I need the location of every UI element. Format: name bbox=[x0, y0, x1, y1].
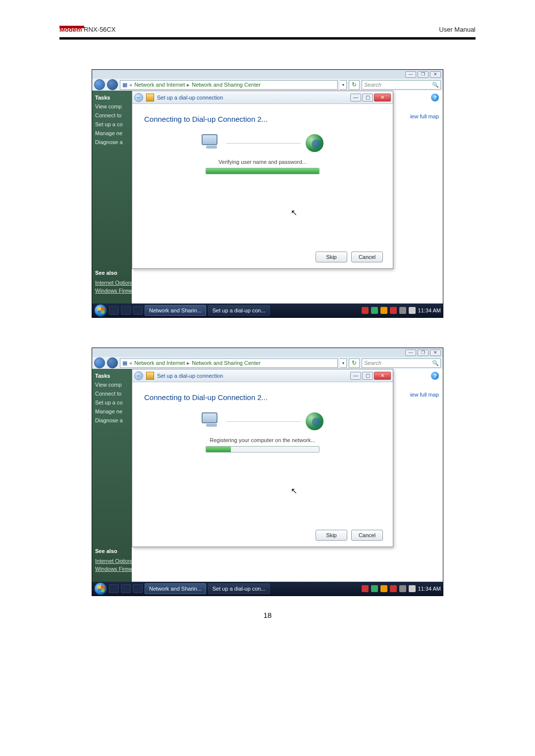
breadcrumb[interactable]: ▦ « Network and Internet ▸ Network and S… bbox=[120, 80, 338, 90]
tasks-heading: Tasks bbox=[95, 95, 129, 101]
sidebar-item[interactable]: Manage ne bbox=[95, 408, 129, 414]
tasks-sidebar: Tasks View comp Connect to Set up a co M… bbox=[92, 91, 132, 303]
content-area: ? iew full map ← Set up a dial-up connec… bbox=[132, 369, 443, 582]
dialog-close[interactable]: ✕ bbox=[374, 372, 391, 380]
refresh-button[interactable]: ↻ bbox=[349, 358, 360, 368]
address-bar: ▦ « Network and Internet ▸ Network and S… bbox=[92, 357, 443, 369]
forward-button[interactable] bbox=[107, 357, 118, 368]
sidebar-item[interactable]: View comp bbox=[95, 382, 129, 388]
product-name: RNX-56CX bbox=[82, 26, 116, 33]
sidebar-item[interactable]: Set up a co bbox=[95, 121, 129, 127]
minimize-button[interactable]: — bbox=[405, 71, 416, 78]
tray-icon[interactable] bbox=[399, 585, 406, 592]
screenshot-2: — ❐ ✕ ▦ « Network and Internet ▸ Network… bbox=[92, 348, 443, 596]
view-full-map-link[interactable]: iew full map bbox=[410, 113, 439, 119]
sidebar-item[interactable]: Manage ne bbox=[95, 130, 129, 136]
taskbar-label: Set up a dial-up con... bbox=[213, 586, 266, 592]
connection-line bbox=[226, 143, 301, 144]
see-also-heading: See also bbox=[95, 548, 117, 554]
skip-button[interactable]: Skip bbox=[316, 530, 347, 541]
minimize-button[interactable]: — bbox=[405, 350, 416, 356]
breadcrumb-seg2[interactable]: Network and Sharing Center bbox=[192, 360, 261, 366]
tray-icon[interactable] bbox=[390, 307, 397, 314]
tray-clock: 11:34 AM bbox=[418, 307, 441, 313]
taskbar-button-network[interactable]: Network and Sharin... bbox=[145, 305, 206, 316]
address-dropdown[interactable]: ▾ bbox=[340, 358, 347, 368]
close-button[interactable]: ✕ bbox=[430, 350, 441, 356]
search-input[interactable]: Search 🔍 bbox=[362, 80, 441, 90]
see-also-item[interactable]: Windows Firewall bbox=[95, 288, 138, 294]
tray-icon[interactable] bbox=[390, 585, 397, 592]
quicklaunch-icon[interactable] bbox=[109, 584, 119, 593]
dialog-back-button[interactable]: ← bbox=[134, 371, 143, 380]
dialog-maximize[interactable]: ▢ bbox=[362, 372, 373, 380]
quicklaunch-icon[interactable] bbox=[109, 306, 119, 315]
cancel-button[interactable]: Cancel bbox=[351, 530, 383, 541]
search-input[interactable]: Search 🔍 bbox=[362, 358, 441, 368]
refresh-button[interactable]: ↻ bbox=[349, 80, 360, 90]
taskbar-button-dialup[interactable]: Set up a dial-up con... bbox=[208, 305, 270, 316]
tray-icon[interactable] bbox=[362, 585, 369, 592]
breadcrumb-seg1[interactable]: Network and Internet bbox=[134, 82, 185, 88]
breadcrumb-sep: ▸ bbox=[187, 82, 190, 88]
computer-icon bbox=[202, 412, 221, 430]
tray-icon[interactable] bbox=[371, 307, 378, 314]
sidebar-item[interactable]: Diagnose a bbox=[95, 417, 129, 423]
connection-graphic bbox=[144, 412, 381, 430]
sidebar-item[interactable]: Connect to bbox=[95, 112, 129, 118]
globe-icon bbox=[306, 134, 323, 152]
breadcrumb[interactable]: ▦ « Network and Internet ▸ Network and S… bbox=[120, 358, 338, 368]
dialog-minimize[interactable]: — bbox=[350, 372, 361, 380]
quicklaunch-icon[interactable] bbox=[133, 306, 143, 315]
sidebar-item[interactable]: Diagnose a bbox=[95, 139, 129, 145]
taskbar: Network and Sharin... Set up a dial-up c… bbox=[92, 303, 443, 317]
view-full-map-link[interactable]: iew full map bbox=[410, 392, 439, 398]
address-dropdown[interactable]: ▾ bbox=[340, 80, 347, 90]
back-button[interactable] bbox=[94, 357, 105, 368]
taskbar-button-dialup[interactable]: Set up a dial-up con... bbox=[208, 583, 270, 594]
help-icon[interactable]: ? bbox=[431, 372, 439, 380]
help-icon[interactable]: ? bbox=[431, 94, 439, 101]
start-button[interactable] bbox=[94, 582, 107, 595]
taskbar-button-network[interactable]: Network and Sharin... bbox=[145, 583, 206, 594]
breadcrumb-seg2[interactable]: Network and Sharing Center bbox=[192, 82, 261, 88]
header-right: User Manual bbox=[439, 26, 476, 33]
cancel-button[interactable]: Cancel bbox=[351, 252, 383, 262]
taskbar-label: Network and Sharin... bbox=[149, 586, 202, 592]
tray-icon[interactable] bbox=[380, 307, 387, 314]
volume-icon[interactable] bbox=[409, 585, 416, 592]
see-also-heading: See also bbox=[95, 270, 117, 276]
sidebar-item[interactable]: Set up a co bbox=[95, 400, 129, 405]
back-button[interactable] bbox=[94, 79, 105, 90]
dialog-back-button[interactable]: ← bbox=[134, 93, 143, 102]
tray-icon[interactable] bbox=[380, 585, 387, 592]
search-placeholder: Search bbox=[364, 82, 381, 88]
tray-icon[interactable] bbox=[362, 307, 369, 314]
skip-button[interactable]: Skip bbox=[316, 252, 347, 262]
see-also-item[interactable]: Internet Options bbox=[95, 558, 134, 564]
see-also-item[interactable]: Windows Firewall bbox=[95, 566, 138, 572]
dialog-maximize[interactable]: ▢ bbox=[362, 94, 373, 101]
breadcrumb-chevron: « bbox=[129, 82, 132, 88]
tray-icon[interactable] bbox=[399, 307, 406, 314]
sidebar-item[interactable]: View comp bbox=[95, 103, 129, 109]
status-text: Verifying user name and password... bbox=[144, 159, 381, 165]
quicklaunch-icon[interactable] bbox=[121, 584, 131, 593]
restore-button[interactable]: ❐ bbox=[418, 350, 428, 356]
tray-icon[interactable] bbox=[371, 585, 378, 592]
status-text: Registering your computer on the network… bbox=[144, 437, 381, 443]
restore-button[interactable]: ❐ bbox=[418, 71, 428, 78]
see-also-item[interactable]: Internet Options bbox=[95, 280, 134, 286]
sidebar-item[interactable]: Connect to bbox=[95, 391, 129, 397]
close-button[interactable]: ✕ bbox=[430, 71, 441, 78]
start-button[interactable] bbox=[94, 304, 107, 317]
quicklaunch-icon[interactable] bbox=[121, 306, 131, 315]
dialog-minimize[interactable]: — bbox=[350, 94, 361, 101]
forward-button[interactable] bbox=[107, 79, 118, 90]
dialup-dialog: ← Set up a dial-up connection — ▢ ✕ Conn… bbox=[132, 91, 393, 269]
dialog-close[interactable]: ✕ bbox=[374, 94, 391, 101]
quicklaunch-icon[interactable] bbox=[133, 584, 143, 593]
breadcrumb-seg1[interactable]: Network and Internet bbox=[134, 360, 185, 366]
volume-icon[interactable] bbox=[409, 307, 416, 314]
tasks-heading: Tasks bbox=[95, 373, 129, 379]
